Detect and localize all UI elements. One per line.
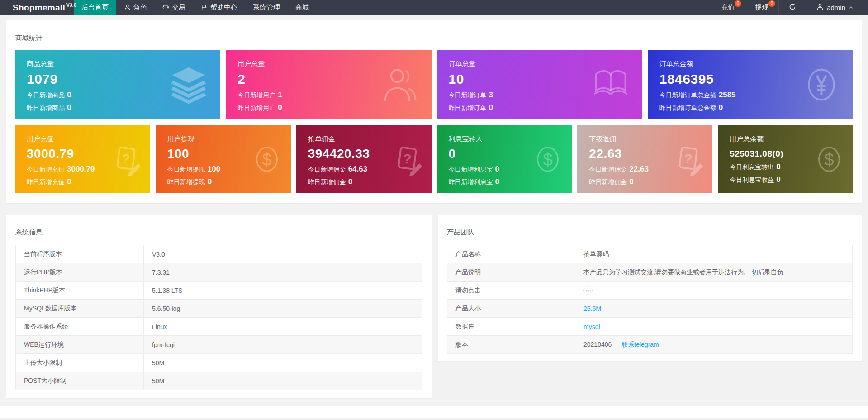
- value-link[interactable]: mysql: [583, 323, 600, 330]
- nav-item-3[interactable]: 帮助中心: [193, 0, 245, 15]
- subline-value: 1: [278, 91, 282, 99]
- withdraw-label: 提现: [755, 3, 768, 12]
- recharge-badge: 0: [735, 0, 741, 7]
- subline-value: 64.63: [348, 165, 368, 173]
- subline-label: 今日利息宝转出: [730, 163, 774, 171]
- row-value: V3.0: [144, 245, 422, 263]
- nav-item-label: 系统管理: [253, 3, 280, 12]
- flag-icon: [201, 4, 208, 11]
- stat-card-subline: 今日利息宝收益0: [730, 175, 853, 184]
- row-label: 运行PHP版本: [16, 263, 144, 282]
- app-title: Shopmemall: [13, 3, 65, 13]
- subline-value: 0: [67, 91, 71, 99]
- subline-label: 昨日新增佣金: [589, 178, 627, 186]
- subline-label: 昨日新增提现: [167, 178, 205, 186]
- stat-card: 订单总金额1846395今日新增订单总金额2585昨日新增订单总金额0: [648, 50, 853, 119]
- telegram-link[interactable]: 联系telegram: [621, 341, 659, 348]
- subline-label: 今日利息宝收益: [730, 176, 774, 183]
- row-label: ThinkPHP版本: [16, 282, 144, 300]
- stat-card: 商品总量1079今日新增商品0昨日新增商品0: [15, 50, 220, 119]
- table-row: 数据库mysql: [447, 318, 853, 336]
- row-value: mysql: [575, 318, 853, 336]
- refresh-icon: [789, 3, 796, 12]
- chevron-up-icon: [849, 4, 854, 11]
- withdraw-button[interactable]: 提现 0: [745, 0, 778, 15]
- table-row: 产品说明本产品只为学习测试交流,请勿要做商业或者用于违法行为,一切后果自负: [447, 263, 853, 282]
- subline-value: 3000.79: [67, 165, 95, 173]
- person-icon: [124, 4, 131, 11]
- nav-item-4[interactable]: 系统管理: [245, 0, 288, 15]
- stat-card: 用户总余额525031.08(0)今日利息宝转出0今日利息宝收益0$: [718, 125, 853, 193]
- withdraw-badge: 0: [768, 0, 775, 7]
- row-label: 数据库: [447, 318, 575, 336]
- table-row: 上传大小限制50M: [16, 354, 422, 372]
- quest-doc-icon: ?: [109, 143, 143, 176]
- value-text: 50M: [152, 377, 164, 385]
- yen-circle-icon: [801, 64, 842, 105]
- subline-label: 昨日新增订单总金额: [659, 104, 716, 111]
- user-name: admin: [827, 4, 845, 11]
- system-info-table: 当前程序版本V3.0运行PHP版本7.3.31ThinkPHP版本5.1.38 …: [15, 245, 422, 390]
- dollar-circle-icon: $: [812, 143, 846, 176]
- stats-panel: 商城统计 商品总量1079今日新增商品0昨日新增商品0用户总量2今日新增用户1昨…: [6, 20, 862, 203]
- user-icon: [816, 3, 824, 12]
- row-label: 产品说明: [447, 263, 575, 282]
- row-value: 7.3.31: [144, 263, 422, 282]
- table-row: 产品大小25.5M: [447, 300, 853, 318]
- subline-value: 0: [719, 103, 723, 112]
- stats-panel-title: 商城统计: [6, 20, 862, 43]
- subline-value: 0: [348, 177, 352, 186]
- table-row: 版本20210406联系telegram: [447, 336, 853, 354]
- layers-icon: [168, 64, 209, 105]
- badge-404[interactable]: 404: [583, 286, 593, 295]
- book-icon: [590, 64, 631, 105]
- subline-value: 0: [278, 103, 282, 112]
- nav-item-1[interactable]: 角色: [116, 0, 155, 15]
- nav-item-2[interactable]: 交易: [155, 0, 193, 15]
- value-text: 抢单源码: [583, 250, 609, 258]
- subline-label: 今日新增提现: [167, 166, 205, 173]
- row-label: WEB运行环境: [16, 336, 144, 354]
- recharge-label: 充值: [721, 3, 735, 12]
- nav-item-5[interactable]: 商城: [288, 0, 317, 15]
- table-row: 运行PHP版本7.3.31: [16, 263, 422, 282]
- nav-menu: 后台首页角色交易帮助中心系统管理商城: [74, 0, 317, 15]
- row-value: 抢单源码: [575, 245, 853, 263]
- subline-label: 昨日新增利息宝: [449, 178, 493, 186]
- product-team-panel: 产品团队 产品名称抢单源码产品说明本产品只为学习测试交流,请勿要做商业或者用于违…: [438, 215, 862, 361]
- system-info-panel: 系统信息 当前程序版本V3.0运行PHP版本7.3.31ThinkPHP版本5.…: [6, 215, 432, 398]
- table-row: 产品名称抢单源码: [447, 245, 853, 263]
- stat-card: 下级返佣22.63今日新增佣金22.63昨日新增佣金0?: [577, 125, 712, 193]
- subline-label: 今日新增佣金: [589, 166, 627, 173]
- nav-right: 充值 0 提现 0 admin: [711, 0, 868, 15]
- subline-value: 0: [67, 103, 71, 112]
- table-row: 请勿点击404: [447, 282, 853, 300]
- app-version: V3.0: [66, 3, 76, 8]
- table-row: POST大小限制50M: [16, 372, 422, 390]
- row-value: 5.1.38 LTS: [144, 282, 422, 300]
- row-value: 404: [575, 282, 853, 300]
- svg-text:$: $: [543, 150, 553, 169]
- row-label: MySQL数据库版本: [16, 300, 144, 318]
- row-value: 5.6.50-log: [144, 300, 422, 318]
- recharge-button[interactable]: 充值 0: [711, 0, 745, 15]
- subline-value: 0: [495, 165, 499, 173]
- user-menu[interactable]: admin: [806, 0, 863, 15]
- nav-item-label: 角色: [133, 3, 147, 12]
- refresh-button[interactable]: [778, 0, 806, 15]
- value-link[interactable]: 25.5M: [583, 305, 601, 312]
- subline-label: 昨日新增订单: [449, 104, 487, 111]
- row-label: 服务器操作系统: [16, 318, 144, 336]
- subline-label: 昨日新增佣金: [308, 178, 346, 186]
- subline-value: 0: [489, 103, 493, 112]
- nav-item-0[interactable]: 后台首页: [74, 0, 116, 15]
- subline-value: 0: [776, 175, 780, 184]
- stat-card-subline: 昨日新增佣金0: [589, 177, 712, 186]
- stat-card: 利息宝转入0今日新增利息宝0昨日新增利息宝0$: [437, 125, 572, 193]
- stat-card: 用户充值3000.79今日新增充值3000.79昨日新增充值0?: [15, 125, 150, 193]
- table-row: 当前程序版本V3.0: [16, 245, 422, 263]
- stat-card-subline: 昨日新增佣金0: [308, 177, 432, 186]
- subline-value: 0: [629, 177, 633, 186]
- nav-item-label: 交易: [172, 3, 185, 12]
- subline-label: 今日新增商品: [27, 91, 65, 99]
